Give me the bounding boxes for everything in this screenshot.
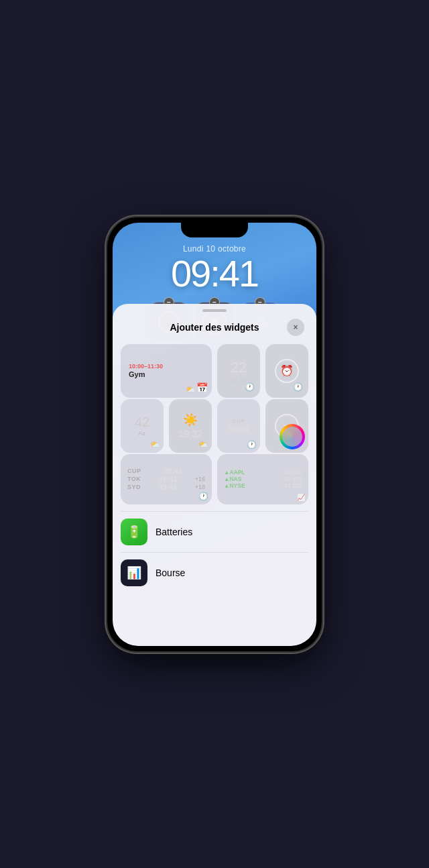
air-number: 42	[135, 415, 149, 430]
widget-picker-sheet: Ajouter des widgets × 10:00–11:30 Gym 📅 …	[113, 304, 316, 646]
clock-cup-time: 09:41	[164, 467, 182, 475]
num-sub1: 18	[231, 376, 237, 383]
cal-event-time: 10:00–11:30	[129, 363, 163, 370]
list-item-batteries[interactable]: 🔋 Batteries	[121, 511, 308, 552]
batteries-label: Batteries	[156, 527, 192, 537]
air-quality-widget[interactable]: 42 Air ⛅	[121, 399, 164, 453]
cup-widget-label: CUP	[233, 418, 245, 424]
stock-nas-row: ▲NAS 10 953	[224, 476, 302, 482]
cup-time-widget[interactable]: CUP 09:41 🕐	[217, 399, 260, 453]
stock-nas-value: 10 953	[284, 476, 302, 482]
widgets-grid-row2: 42 Air ⛅ ☀️ 19:32 ⛅ CUP 09:41 🕐	[113, 399, 316, 457]
weather-time-icon: ⛅	[198, 440, 208, 449]
day-number: 22	[231, 359, 247, 376]
stock-nyse-row: ▲NYSE 14 226	[224, 482, 302, 489]
close-sheet-button[interactable]: ×	[287, 319, 304, 336]
stock-nyse-value: 14 226	[284, 482, 302, 489]
clock-tok-diff: +16	[195, 476, 205, 482]
cal-event-name: Gym	[129, 370, 145, 378]
stock-nas-name: ▲NAS	[224, 476, 241, 482]
world-clock-widget[interactable]: CUP 09:41 TOK 01:41 +16 SYD 03:41 +18	[121, 454, 212, 504]
sunset-time: 19:32	[178, 429, 202, 439]
clock-world-icon: 🕐	[198, 492, 208, 501]
clock-tok-time: 01:41	[158, 475, 177, 483]
sheet-title: Ajouter des widgets	[142, 322, 287, 333]
air-label: Air	[139, 430, 146, 437]
stocks-chart-icon: 📈	[297, 494, 305, 501]
stock-aapl-row: ▲AAPL 149,45	[224, 469, 302, 476]
bourse-label: Bourse	[156, 567, 185, 578]
date-number-widget[interactable]: 22 18 31 🕐	[217, 344, 260, 398]
alarm-widget-icon: ⏰	[275, 359, 299, 383]
clock-syd-city: SYD	[127, 484, 141, 490]
calendar-mini-icon: 📅	[196, 382, 208, 394]
cup-widget-time: 09:41	[227, 424, 249, 434]
rainbow-ring-icon	[280, 424, 305, 449]
clock-syd-diff: +18	[195, 484, 205, 490]
clock-cup-city: CUP	[127, 468, 141, 474]
time-widget[interactable]: ☀️ 19:32 ⛅	[169, 399, 212, 453]
widgets-grid-row3: CUP 09:41 TOK 01:41 +16 SYD 03:41 +18	[113, 454, 316, 508]
clock-cup-icon: 🕐	[247, 440, 257, 449]
notch	[181, 223, 248, 237]
clock-mini-icon: 🕐	[245, 382, 257, 394]
stocks-widget[interactable]: ▲AAPL 149,45 ▲NAS 10 953 ▲NYSE 14 226 📈	[217, 454, 308, 504]
batteries-app-icon: 🔋	[121, 519, 147, 545]
lock-time: 09:41	[113, 255, 316, 292]
num-sub2: 31	[240, 376, 247, 383]
stock-aapl-value: 149,45	[284, 469, 302, 476]
phone-screen: Lundi 10 octobre 09:41 − 📱 − ⏰ − CUP 09:…	[113, 223, 316, 646]
clock-tok-row: TOK 01:41 +16	[127, 475, 205, 483]
widgets-grid-row1: 10:00–11:30 Gym 📅 ⛅ 22 18 31 🕐 ⏰	[113, 340, 316, 402]
phone-frame: Lundi 10 octobre 09:41 − 📱 − ⏰ − CUP 09:…	[107, 217, 322, 651]
list-item-bourse[interactable]: 📊 Bourse	[121, 552, 308, 593]
clock-tok-city: TOK	[127, 476, 141, 482]
clock-cup-row: CUP 09:41	[127, 467, 205, 475]
bourse-app-icon: 📊	[121, 559, 147, 586]
calendar-widget[interactable]: 10:00–11:30 Gym 📅 ⛅	[121, 344, 212, 398]
bottom-app-list: 🔋 Batteries 📊 Bourse	[113, 508, 316, 593]
weather-mini-icon: ⛅	[186, 385, 196, 394]
sheet-header: Ajouter des widgets ×	[113, 312, 316, 340]
stock-nyse-name: ▲NYSE	[224, 482, 245, 489]
clock-syd-time: 03:41	[158, 483, 177, 491]
alarm-widget[interactable]: ⏰ 🕐	[265, 344, 308, 398]
stock-aapl-name: ▲AAPL	[224, 469, 245, 476]
day-sub: 18 31	[231, 376, 247, 383]
clock-mini2-icon: 🕐	[293, 382, 305, 394]
clock-syd-row: SYD 03:41 +18	[127, 483, 205, 491]
activity-widget[interactable]: →	[265, 399, 308, 453]
weather-air-icon: ⛅	[150, 440, 160, 449]
sun-icon: ☀️	[183, 413, 198, 427]
